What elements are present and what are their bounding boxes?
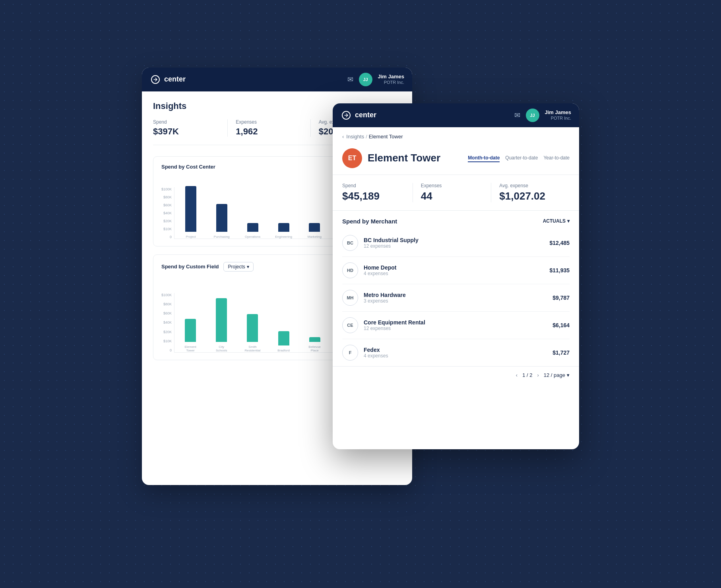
front-user-info: Jim James POTR Inc. (545, 109, 572, 121)
merchant-name-mh: Metro Hardware (364, 292, 547, 298)
breadcrumb: ‹ Insights / Element Tower (333, 127, 579, 144)
y-label-10k: $10K (161, 227, 172, 231)
bar-element-tower: ElementTower (176, 319, 205, 352)
page-info: 1 / 2 (522, 372, 532, 378)
actuals-button[interactable]: ACTUALS ▾ (543, 218, 570, 224)
y-axis-custom: $100K $80K $60K $40K $20K $10K 0 (161, 293, 172, 353)
merchant-sub-mh: 3 expenses (364, 298, 547, 304)
y-label-40k: $40K (161, 211, 172, 215)
bar-project-label: Project (186, 235, 196, 239)
tab-quarter-to-date[interactable]: Quarter-to-date (505, 154, 538, 162)
merchant-sub-f: 4 expenses (364, 353, 547, 359)
merchant-amount-hd: $11,935 (549, 267, 570, 274)
prev-page-button[interactable]: ‹ (516, 372, 517, 378)
entity-stat-expenses-label: Expenses (421, 183, 483, 188)
y-label-80k: $80K (161, 195, 172, 199)
merchant-info-bc: BC Industrial Supply 12 expenses (364, 237, 544, 249)
user-company-back: POTR Inc. (378, 80, 405, 85)
y-label-100k: $100K (161, 187, 172, 191)
stat-spend-value: $397K (153, 126, 219, 137)
merchant-info-ce: Core Equipment Rental 12 expenses (364, 319, 547, 331)
bar-city-schools-label: CitySchools (216, 345, 227, 352)
bar-bradford-fill (278, 331, 289, 345)
merchant-sub-bc: 12 expenses (364, 243, 544, 249)
bar-element-tower-label: ElementTower (184, 345, 196, 352)
y-label-0: 0 (161, 235, 172, 239)
bar-operations: Operations (239, 223, 267, 239)
entity-header: ET Element Tower Month-to-date Quarter-t… (333, 144, 579, 175)
merchant-amount-ce: $6,164 (552, 322, 570, 328)
stat-spend: Spend $397K (153, 119, 228, 137)
merchant-amount-mh: $9,787 (552, 295, 570, 301)
projects-label: Projects (228, 264, 245, 270)
bar-smith: SmithResidential (238, 314, 267, 352)
merchant-section-header: Spend by Merchant ACTUALS ▾ (333, 211, 579, 229)
merchant-sub-ce: 12 expenses (364, 326, 547, 331)
tab-month-to-date[interactable]: Month-to-date (468, 154, 500, 162)
navbar-right: ✉ JJ Jim James POTR Inc. (347, 73, 405, 86)
merchant-name-ce: Core Equipment Rental (364, 319, 547, 326)
merchant-info-f: Fedex 4 expenses (364, 347, 547, 359)
merchant-avatar-bc: BC (342, 235, 358, 251)
entity-avatar: ET (342, 148, 362, 168)
projects-dropdown[interactable]: Projects ▾ (223, 262, 253, 272)
front-navbar: center ✉ JJ Jim James POTR Inc. (333, 103, 579, 127)
back-navbar: center ✉ JJ Jim James POTR Inc. (142, 68, 412, 91)
merchant-item-bc[interactable]: BC BC Industrial Supply 12 expenses $12,… (342, 229, 570, 257)
merchant-info-mh: Metro Hardware 3 expenses (364, 292, 547, 304)
y-axis-cost: $100K $80K $60K $40K $20K $10K 0 (161, 187, 172, 239)
merchant-avatar-f: F (342, 345, 358, 361)
bar-engineering: Engineering (270, 223, 298, 239)
front-user-company: POTR Inc. (545, 116, 572, 121)
back-arrow[interactable]: ‹ (342, 134, 344, 140)
per-page-label: 12 / page (544, 372, 565, 378)
stat-expenses-value: 1,962 (236, 126, 302, 137)
front-mail-icon[interactable]: ✉ (514, 111, 520, 120)
y2-100k: $100K (161, 293, 172, 297)
y-label-20k: $20K (161, 219, 172, 223)
merchant-info-hd: Home Depot 4 expenses (364, 264, 544, 276)
y2-80k: $80K (161, 302, 172, 306)
merchant-item-hd[interactable]: HD Home Depot 4 expenses $11,935 (342, 257, 570, 284)
user-avatar-back: JJ (359, 73, 372, 86)
front-brand-name: center (355, 111, 376, 119)
merchant-name-f: Fedex (364, 347, 547, 353)
bar-engineering-fill (278, 223, 289, 232)
breadcrumb-parent[interactable]: Insights (346, 134, 364, 140)
front-navbar-right: ✉ JJ Jim James POTR Inc. (514, 109, 572, 122)
bar-element-tower-fill (185, 319, 196, 342)
breadcrumb-sep: / (366, 134, 367, 140)
per-page-selector[interactable]: 12 / page ▾ (544, 372, 570, 378)
merchant-item-mh[interactable]: MH Metro Hardware 3 expenses $9,787 (342, 284, 570, 312)
brand: center (150, 74, 186, 85)
stat-spend-label: Spend (153, 119, 219, 125)
user-info-back: Jim James POTR Inc. (378, 74, 405, 85)
merchant-name-bc: BC Industrial Supply (364, 237, 544, 243)
tab-year-to-date[interactable]: Year-to-date (543, 154, 570, 162)
merchant-sub-hd: 4 expenses (364, 271, 544, 276)
entity-stat-spend-value: $45,189 (342, 190, 405, 202)
front-logo-icon (341, 110, 352, 121)
bar-project: Project (177, 186, 205, 239)
entity-stat-expenses: Expenses 44 (421, 183, 492, 202)
mail-icon[interactable]: ✉ (347, 75, 353, 84)
bar-purchasing-fill (216, 204, 227, 232)
bar-smith-label: SmithResidential (245, 345, 261, 352)
logo-icon (150, 74, 161, 85)
merchant-name-hd: Home Depot (364, 264, 544, 271)
bar-operations-label: Operations (245, 235, 260, 239)
entity-stats: Spend $45,189 Expenses 44 Avg. expense $… (333, 175, 579, 211)
y2-60k: $60K (161, 311, 172, 315)
bar-bellevue-label: BellevuePlace (308, 345, 321, 352)
merchant-item-ce[interactable]: CE Core Equipment Rental 12 expenses $6,… (342, 312, 570, 339)
y-label-60k: $60K (161, 203, 172, 207)
merchant-avatar-hd: HD (342, 262, 358, 278)
entity-stat-avg-label: Avg. expense (499, 183, 562, 188)
brand-name: center (164, 75, 186, 83)
bar-bellevue: BellevuePlace (300, 337, 329, 352)
pagination: ‹ 1 / 2 › 12 / page ▾ (333, 366, 579, 384)
next-page-button[interactable]: › (537, 372, 539, 378)
entity-stat-spend-label: Spend (342, 183, 405, 188)
merchant-item-f[interactable]: F Fedex 4 expenses $1,727 (342, 339, 570, 366)
element-tower-card: center ✉ JJ Jim James POTR Inc. ‹ Insigh… (333, 103, 579, 449)
